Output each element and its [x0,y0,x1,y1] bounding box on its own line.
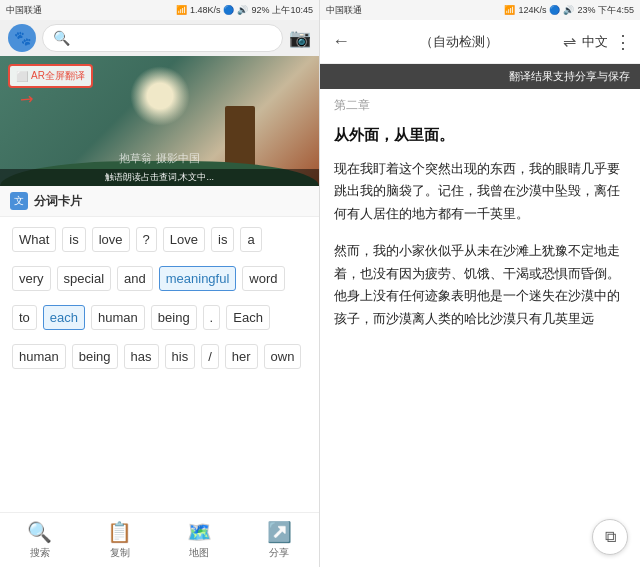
sound-icon-right: 🔊 [563,5,574,15]
search-nav-icon: 🔍 [27,520,52,544]
bluetooth-icon-right: 🔵 [549,5,560,15]
ar-fullscreen-button[interactable]: ⬜ AR全屏翻译 [8,64,93,88]
translation-para-2: 然而，我的小家伙似乎从未在沙滩上犹豫不定地走着，也没有因为疲劳、饥饿、干渴或恐惧… [334,240,626,331]
target-lang-label: 中文 [582,33,608,51]
word-cards-area: What is love ? Love is a very special an… [0,217,319,512]
word-his[interactable]: his [165,344,196,369]
status-bar-left: 中国联通 📶 1.48K/s 🔵 🔊 92% 上午10:45 [0,0,319,20]
copy-nav-icon: 📋 [107,520,132,544]
word-row-1: What is love ? Love is a [10,225,309,254]
word-word[interactable]: word [242,266,284,291]
map-nav-icon: 🗺️ [187,520,212,544]
word-slash[interactable]: / [201,344,219,369]
word-being-2[interactable]: being [72,344,118,369]
moon-decoration [130,66,190,126]
search-container[interactable]: 🔍 [42,24,283,52]
tooltip-text: 翻译结果支持分享与保存 [509,70,630,82]
word-human-2[interactable]: human [12,344,66,369]
speed-left: 1.48K/s [190,5,221,15]
translation-content: 从外面，从里面。 现在我盯着这个突然出现的东西，我的眼睛几乎要跳出我的脑袋了。记… [320,116,640,567]
word-very[interactable]: very [12,266,51,291]
nav-map[interactable]: 🗺️ 地图 [187,520,212,560]
word-has[interactable]: has [124,344,159,369]
right-toolbar: ← （自动检测） ⇌ 中文 ⋮ [320,20,640,64]
left-panel: 中国联通 📶 1.48K/s 🔵 🔊 92% 上午10:45 🐾 🔍 📷 ⬜ A… [0,0,320,567]
status-bar-right: 中国联通 📶 124K/s 🔵 🔊 23% 下午4:55 [320,0,640,20]
word-is-1[interactable]: is [62,227,85,252]
right-panel: 中国联通 📶 124K/s 🔵 🔊 23% 下午4:55 ← （自动检测） ⇌ … [320,0,640,567]
scroll-hint: 触语朗读占击查词,木文中... [0,169,319,186]
more-options-button[interactable]: ⋮ [614,31,632,53]
nav-share[interactable]: ↗️ 分享 [267,520,292,560]
time-right: 下午4:55 [598,4,634,17]
speed-right: 124K/s [518,5,546,15]
copy-result-button[interactable]: ⧉ [592,519,628,555]
right-content-wrapper: 第二章 从外面，从里面。 现在我盯着这个突然出现的东西，我的眼睛几乎要跳出我的脑… [320,89,640,567]
nav-share-label: 分享 [269,546,289,560]
battery-left: 92% [251,5,269,15]
ar-button-label: AR全屏翻译 [31,69,85,83]
time-left: 上午10:45 [272,4,313,17]
translation-title: 从外面，从里面。 [334,122,626,148]
word-each[interactable]: each [43,305,85,330]
word-question[interactable]: ? [136,227,157,252]
word-each-2[interactable]: Each [226,305,270,330]
back-button[interactable]: ← [328,27,354,56]
word-meaningful[interactable]: meaningful [159,266,237,291]
status-icons-left: 📶 1.48K/s 🔵 🔊 92% 上午10:45 [176,4,313,17]
sound-icon-left: 🔊 [237,5,248,15]
section-icon: 文 [10,192,28,210]
word-special[interactable]: special [57,266,111,291]
camera-icon[interactable]: 📷 [289,27,311,49]
section-label: 文 分词卡片 [0,186,319,217]
word-being-1[interactable]: being [151,305,197,330]
word-her[interactable]: her [225,344,258,369]
search-icon: 🔍 [53,30,70,46]
chapter-label: 第二章 [320,89,640,116]
search-bar: 🐾 🔍 📷 [0,20,319,56]
word-a[interactable]: a [240,227,261,252]
section-title: 分词卡片 [34,193,82,210]
word-love-1[interactable]: love [92,227,130,252]
word-human-1[interactable]: human [91,305,145,330]
bluetooth-icon-left: 🔵 [223,5,234,15]
word-own[interactable]: own [264,344,302,369]
ar-icon: ⬜ [16,71,28,82]
nav-search-label: 搜索 [30,546,50,560]
word-what[interactable]: What [12,227,56,252]
nav-copy-label: 复制 [110,546,130,560]
word-period[interactable]: . [203,305,221,330]
word-row-4: human being has his / her own [10,342,309,371]
image-credit: 抱草翁 摄影中国 [0,151,319,166]
nav-copy[interactable]: 📋 复制 [107,520,132,560]
source-lang-label: （自动检测） [360,33,557,51]
bottom-nav: 🔍 搜索 📋 复制 🗺️ 地图 ↗️ 分享 [0,512,319,567]
carrier-right: 中国联通 [326,4,362,17]
tooltip-bar: 翻译结果支持分享与保存 [320,64,640,89]
nav-search[interactable]: 🔍 搜索 [27,520,52,560]
swap-lang-button[interactable]: ⇌ [563,32,576,51]
word-row-3: to each human being . Each [10,303,309,332]
word-to[interactable]: to [12,305,37,330]
battery-right: 23% [577,5,595,15]
signal-icon-right: 📶 [504,5,515,15]
nav-map-label: 地图 [189,546,209,560]
image-area: ⬜ AR全屏翻译 ↙ 触语朗读占击查词,木文中... 抱草翁 摄影中国 [0,56,319,186]
signal-icon-left: 📶 [176,5,187,15]
word-and[interactable]: and [117,266,153,291]
carrier-left: 中国联通 [6,4,42,17]
translation-para-1: 现在我盯着这个突然出现的东西，我的眼睛几乎要跳出我的脑袋了。记住，我曾在沙漠中坠… [334,158,626,226]
word-love-2[interactable]: Love [163,227,205,252]
word-row-2: very special and meaningful word [10,264,309,293]
arrow-annotation: ↙ [15,89,37,112]
share-nav-icon: ↗️ [267,520,292,544]
word-is-2[interactable]: is [211,227,234,252]
app-logo[interactable]: 🐾 [8,24,36,52]
status-icons-right: 📶 124K/s 🔵 🔊 23% 下午4:55 [504,4,634,17]
